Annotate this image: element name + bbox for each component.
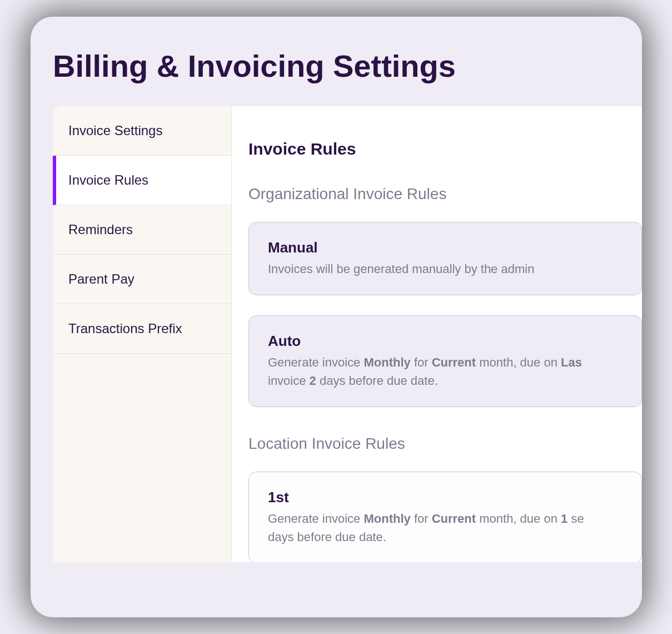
settings-content: Invoice Rules Organizational Invoice Rul… [232,106,642,562]
rule-desc-text: se [568,512,584,526]
rule-desc-bold: Current [432,355,476,369]
rule-desc-bold: 1 [561,512,568,526]
rule-desc-text: month, due on [476,512,561,526]
rule-desc-bold: Las [561,355,582,369]
rule-title: 1st [268,489,623,506]
rule-card-1st[interactable]: 1st Generate invoice Monthly for Current… [248,472,642,562]
settings-sidebar: Invoice Settings Invoice Rules Reminders… [53,106,232,562]
rule-title: Manual [268,239,623,256]
rule-desc-text: Generate invoice [268,512,364,526]
sidebar-item-transactions-prefix[interactable]: Transactions Prefix [53,304,231,354]
settings-panel: Invoice Settings Invoice Rules Reminders… [53,106,642,562]
sidebar-item-label: Parent Pay [68,271,135,286]
sidebar-item-invoice-settings[interactable]: Invoice Settings [53,106,231,156]
rule-desc: Generate invoice Monthly for Current mon… [268,353,623,390]
rule-desc: Invoices will be generated manually by t… [268,260,623,278]
rule-desc-bold: Monthly [364,512,410,526]
rule-desc-text: days before due date. [316,374,438,388]
settings-window: Billing & Invoicing Settings Invoice Set… [31,17,642,617]
sidebar-item-label: Invoice Rules [68,172,148,187]
rule-desc-bold: 2 [310,374,316,388]
rule-desc-text: for [411,355,432,369]
rule-title: Auto [268,333,623,350]
rule-desc-text: days before due date. [268,530,386,544]
rule-desc-bold: Current [432,512,476,526]
content-title: Invoice Rules [248,140,642,158]
sidebar-item-label: Transactions Prefix [68,321,182,336]
rule-desc-text: month, due on [476,355,561,369]
rule-desc-text: for [411,512,432,526]
sidebar-item-label: Reminders [68,222,133,237]
sidebar-item-label: Invoice Settings [68,123,162,138]
section-heading-location: Location Invoice Rules [248,435,642,453]
rule-desc-text: invoice [268,374,310,388]
sidebar-item-invoice-rules[interactable]: Invoice Rules [53,156,231,205]
rule-card-auto[interactable]: Auto Generate invoice Monthly for Curren… [248,315,642,407]
rule-desc-bold: Monthly [364,355,410,369]
sidebar-item-reminders[interactable]: Reminders [53,205,231,255]
spacer [248,427,642,435]
rule-desc-text: Generate invoice [268,355,364,369]
section-heading-organizational: Organizational Invoice Rules [248,185,642,203]
rule-card-manual[interactable]: Manual Invoices will be generated manual… [248,222,642,295]
page-title: Billing & Invoicing Settings [31,17,642,106]
rule-desc-text: Invoices will be generated manually by t… [268,262,534,276]
sidebar-item-parent-pay[interactable]: Parent Pay [53,255,231,304]
rule-desc: Generate invoice Monthly for Current mon… [268,509,623,546]
